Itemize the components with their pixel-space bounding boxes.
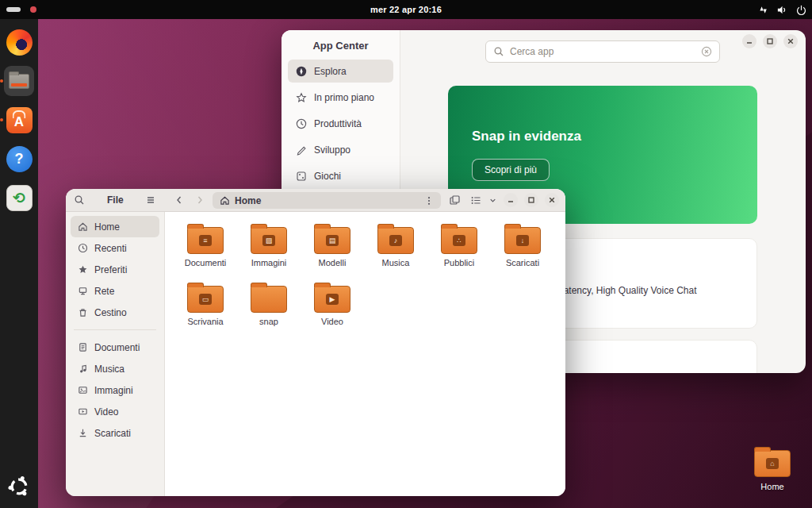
sidebar-separator xyxy=(74,329,156,330)
folder-emblem: ▤ xyxy=(326,235,339,246)
network-icon[interactable] xyxy=(757,4,769,16)
folder-scrivania[interactable]: ▭ Scrivania xyxy=(174,282,237,326)
music-note-icon xyxy=(77,364,88,375)
folder-immagini[interactable]: ▨ Immagini xyxy=(237,223,301,267)
back-button[interactable] xyxy=(174,189,185,211)
clock[interactable]: mer 22 apr 20:16 xyxy=(370,5,442,14)
sidebar-item-musica[interactable]: Musica xyxy=(71,358,159,379)
sidebar-item-label: Musica xyxy=(94,364,124,375)
running-indicator xyxy=(0,79,3,83)
image-icon xyxy=(77,385,88,396)
app-search-input[interactable] xyxy=(510,46,695,57)
folder-documenti[interactable]: ≡ Documenti xyxy=(174,223,237,267)
folder-emblem: ▶ xyxy=(326,294,339,305)
app-indicator-icon[interactable] xyxy=(30,6,36,13)
folder-label: Video xyxy=(321,317,343,326)
view-options-chevron-icon[interactable] xyxy=(488,189,498,211)
folder-emblem: ▨ xyxy=(262,235,275,246)
sidebar-item-label: Preferiti xyxy=(94,264,127,275)
dock-item-help[interactable]: ? xyxy=(4,144,34,174)
sidebar-item-label: Documenti xyxy=(94,342,140,353)
clock-icon xyxy=(296,118,307,129)
folder-scaricati[interactable]: ↓ Scaricati xyxy=(491,223,554,267)
dock-item-firefox[interactable] xyxy=(4,27,34,57)
folder-modelli[interactable]: ▤ Modelli xyxy=(301,223,364,267)
folder-grid: ≡ Documenti ▨ Immagini ▤ Modelli ♪ Music… xyxy=(166,212,565,326)
app-center-icon: A xyxy=(6,107,33,133)
sidebar-item-giochi[interactable]: Giochi xyxy=(288,164,393,187)
folder-icon: ▨ xyxy=(251,227,287,254)
files-content-area: ≡ Documenti ▨ Immagini ▤ Modelli ♪ Music… xyxy=(166,212,565,496)
explore-icon xyxy=(296,66,307,77)
sidebar-item-produttivita[interactable]: Produttività xyxy=(288,112,393,135)
folder-icon: ▤ xyxy=(314,227,350,254)
folder-emblem: ⌂ xyxy=(766,458,779,469)
folder-emblem: ∴ xyxy=(453,235,465,246)
clock-icon xyxy=(77,243,88,254)
sidebar-item-video[interactable]: Video xyxy=(71,401,159,422)
files-headerbar[interactable]: File Home xyxy=(66,189,565,212)
path-menu-kebab-icon[interactable] xyxy=(423,195,435,206)
dock-item-files[interactable] xyxy=(4,66,34,96)
sidebar-item-label: Home xyxy=(94,221,120,233)
close-button[interactable] xyxy=(545,193,559,207)
sidebar-item-cestino[interactable]: Cestino xyxy=(71,302,159,323)
game-die-icon xyxy=(296,171,307,182)
sidebar-item-label: In primo piano xyxy=(314,92,374,103)
ubuntu-logo-icon xyxy=(8,475,30,498)
folder-video[interactable]: ▶ Video xyxy=(301,282,364,326)
maximize-button[interactable] xyxy=(524,193,538,207)
maximize-button[interactable] xyxy=(763,34,777,48)
path-bar[interactable]: Home xyxy=(213,192,441,209)
sidebar-item-rete[interactable]: Rete xyxy=(71,280,159,302)
folder-snap[interactable]: snap xyxy=(237,282,301,326)
sidebar-item-preferiti[interactable]: Preferiti xyxy=(71,259,159,280)
search-button[interactable] xyxy=(74,189,85,211)
dock-item-show-apps[interactable] xyxy=(4,471,34,502)
new-tab-icon[interactable] xyxy=(449,189,461,211)
video-icon xyxy=(77,406,88,418)
folder-icon: ▭ xyxy=(187,286,224,313)
sidebar-item-label: Rete xyxy=(94,286,114,297)
folder-icon: ↓ xyxy=(504,227,541,254)
workspace-indicator[interactable] xyxy=(6,7,21,12)
clear-search-icon[interactable] xyxy=(701,46,712,57)
sidebar-item-immagini[interactable]: Immagini xyxy=(71,379,159,401)
forward-button[interactable] xyxy=(194,189,205,211)
folder-icon: ▶ xyxy=(314,286,350,313)
folder-musica[interactable]: ♪ Musica xyxy=(364,223,427,267)
folder-label: snap xyxy=(259,317,278,326)
sidebar-item-documenti[interactable]: Documenti xyxy=(71,337,159,358)
sidebar-item-esplora[interactable]: Esplora xyxy=(288,60,393,83)
sidebar-item-in-primo-piano[interactable]: In primo piano xyxy=(288,86,393,109)
sidebar-item-sviluppo[interactable]: Sviluppo xyxy=(288,138,393,161)
sidebar-item-scaricati[interactable]: Scaricati xyxy=(71,422,159,444)
dock-item-app-center[interactable]: A xyxy=(4,105,34,135)
dock-item-trash[interactable]: ⟲ xyxy=(4,183,34,213)
sidebar-item-label: Giochi xyxy=(314,171,341,182)
sidebar-item-label: Scaricati xyxy=(94,428,131,439)
home-icon xyxy=(77,221,88,233)
location-label: Home xyxy=(235,195,419,206)
minimize-button[interactable] xyxy=(504,193,518,207)
desktop-icon-home[interactable]: ⌂ Home xyxy=(750,446,795,491)
folder-pubblici[interactable]: ∴ Pubblici xyxy=(427,223,491,267)
menu-icon[interactable] xyxy=(145,189,156,211)
folder-icon: ≡ xyxy=(187,227,224,254)
folder-label: Pubblici xyxy=(444,258,475,267)
volume-icon[interactable] xyxy=(776,4,788,16)
document-icon xyxy=(77,342,88,353)
trash-icon xyxy=(77,307,88,318)
close-button[interactable] xyxy=(783,34,798,48)
folder-emblem: ♪ xyxy=(389,235,402,246)
discover-more-button[interactable]: Scopri di più xyxy=(472,159,550,181)
sidebar-item-recenti[interactable]: Recenti xyxy=(71,237,159,259)
minimize-button[interactable] xyxy=(742,34,756,48)
folder-label: Modelli xyxy=(319,258,347,267)
firefox-icon xyxy=(6,29,33,56)
power-icon[interactable] xyxy=(795,4,807,16)
desktop-icon-label: Home xyxy=(760,482,783,491)
sidebar-item-home[interactable]: Home xyxy=(71,216,159,237)
download-icon xyxy=(77,428,88,439)
list-view-icon[interactable] xyxy=(470,189,482,211)
